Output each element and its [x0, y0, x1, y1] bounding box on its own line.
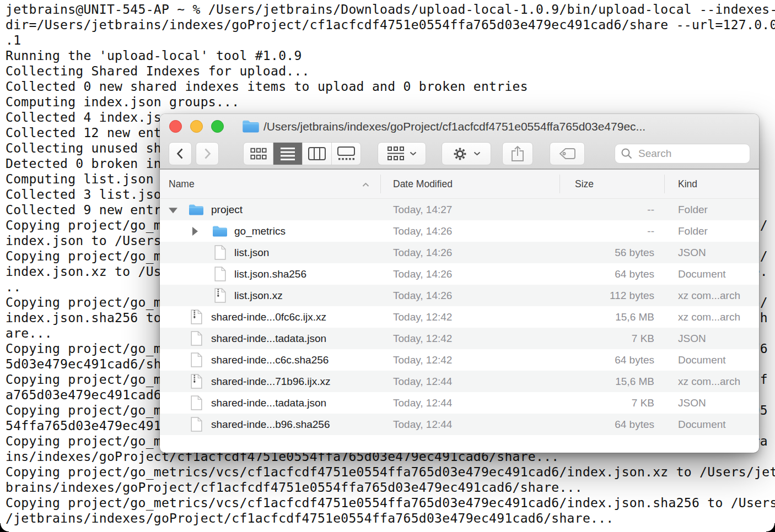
table-row[interactable]: projectToday, 14:27--Folder	[160, 199, 759, 220]
terminal-line: Copying project/go_metrics/vcs/cf1acfcdf…	[6, 495, 775, 511]
file-size: --	[546, 220, 654, 242]
terminal-line: Collected 0 new shared indexes items to …	[6, 79, 775, 94]
terminal-line: Collecting Shared Indexes for upload...	[6, 63, 775, 79]
terminal-text: Copying project/go_metrics/vcs/cf1acfcdf…	[6, 465, 775, 479]
screen-corner	[766, 523, 775, 532]
date-modified: Today, 12:42	[393, 349, 452, 371]
table-row[interactable]: shared-inde...tadata.jsonToday, 12:447 K…	[160, 392, 759, 414]
file-name: shared-inde...b96.sha256	[211, 414, 330, 435]
terminal-line: .1	[6, 32, 775, 48]
terminal-text: Collecting unused sh	[6, 141, 162, 155]
column-header-size[interactable]: Size	[575, 170, 594, 198]
file-size: 56 bytes	[546, 242, 654, 263]
date-modified: Today, 12:42	[393, 328, 452, 349]
terminal-text: dir=/Users/jetbrains/indexes/goProject/c…	[6, 18, 775, 32]
table-row[interactable]: list.json.xzToday, 14:26112 bytesxz com.…	[160, 285, 759, 306]
column-header-kind[interactable]: Kind	[678, 170, 697, 198]
file-kind: Document	[678, 414, 726, 435]
file-size: 7 KB	[546, 392, 654, 414]
column-divider	[664, 175, 665, 193]
document-icon	[188, 331, 204, 346]
archive-document-icon	[212, 288, 228, 303]
terminal-text: .1	[6, 33, 21, 47]
disclosure-closed-icon[interactable]	[192, 227, 198, 236]
tag-button[interactable]	[550, 142, 585, 165]
file-kind: xz com...arch	[678, 285, 740, 306]
terminal-line: brains/indexes/goProject/cf1acfcdf4751e0…	[6, 480, 775, 495]
document-icon	[212, 267, 228, 282]
date-modified: Today, 14:26	[393, 285, 452, 306]
file-kind: JSON	[678, 242, 706, 263]
close-window-button[interactable]	[169, 120, 182, 133]
date-modified: Today, 12:44	[393, 371, 452, 392]
table-row[interactable]: shared-inde...tadata.jsonToday, 12:427 K…	[160, 328, 759, 349]
terminal-text: Copying project/go_m	[6, 341, 162, 356]
document-icon	[212, 245, 228, 260]
terminal-text-tail: h	[760, 310, 768, 325]
table-row[interactable]: shared-inde...b96.sha256Today, 12:4464 b…	[160, 414, 759, 435]
terminal-text: a765d03e479ec491cad6	[6, 388, 162, 402]
icon-view-icon	[250, 148, 267, 160]
action-menu-button[interactable]	[442, 142, 491, 165]
terminal-text: 5d03e479ec491cad6/sh	[6, 357, 162, 371]
file-kind: Folder	[678, 199, 708, 220]
file-size: 64 bytes	[546, 349, 654, 371]
zoom-window-button[interactable]	[211, 120, 224, 133]
date-modified: Today, 14:26	[393, 242, 452, 263]
table-row[interactable]: shared-inde...71b96.ijx.xzToday, 12:4415…	[160, 371, 759, 392]
share-button[interactable]	[502, 142, 533, 165]
file-kind: JSON	[678, 392, 706, 414]
terminal-text: Collected 9 new entr	[6, 203, 162, 217]
group-button[interactable]	[378, 142, 426, 165]
column-view-button[interactable]	[302, 143, 331, 165]
date-modified: Today, 14:26	[393, 220, 452, 242]
column-header-name[interactable]: Name	[169, 170, 195, 198]
file-size: 64 bytes	[546, 263, 654, 285]
terminal-text: Collected 12 new ent	[6, 126, 162, 140]
list-header: Name Date Modified Size Kind	[160, 170, 759, 199]
file-name: list.json	[234, 242, 269, 263]
gallery-view-icon	[337, 146, 355, 161]
terminal-text: Copying project/go_m	[6, 372, 162, 387]
table-row[interactable]: shared-inde...c6c.sha256Today, 12:4264 b…	[160, 349, 759, 371]
date-modified: Today, 12:44	[393, 392, 452, 414]
date-modified: Today, 12:42	[393, 306, 452, 328]
table-row[interactable]: list.jsonToday, 14:2656 bytesJSON	[160, 242, 759, 263]
back-button[interactable]	[169, 142, 192, 165]
disclosure-open-icon[interactable]	[169, 208, 177, 213]
gallery-view-button[interactable]	[331, 143, 360, 165]
icon-view-button[interactable]	[244, 143, 273, 165]
column-view-icon	[308, 147, 326, 160]
document-icon	[188, 417, 204, 432]
file-kind: xz com...arch	[678, 371, 740, 392]
file-size: 7 KB	[546, 328, 654, 349]
window-titlebar[interactable]: /Users/jetbrains/indexes/goProject/cf1ac…	[160, 114, 759, 139]
column-header-date-modified[interactable]: Date Modified	[393, 170, 453, 198]
terminal-text: Computing list.json	[6, 172, 154, 186]
table-row[interactable]: go_metricsToday, 14:26--Folder	[160, 220, 759, 242]
terminal-text: 54ffa765d03e479ec491	[6, 419, 162, 433]
list-view-icon	[281, 147, 295, 161]
back-chevron-icon	[175, 148, 185, 160]
forward-button[interactable]	[196, 142, 219, 165]
table-row[interactable]: shared-inde...0fc6c.ijx.xzToday, 12:4215…	[160, 306, 759, 328]
file-size: 64 bytes	[546, 414, 654, 435]
terminal-text: brains/indexes/goProject/cf1acfcdf4751e0…	[6, 480, 583, 495]
archive-document-icon	[188, 374, 204, 389]
sort-ascending-icon	[362, 182, 369, 187]
table-row[interactable]: list.json.sha256Today, 14:2664 bytesDocu…	[160, 263, 759, 285]
share-icon	[511, 145, 524, 162]
window-chrome: /Users/jetbrains/indexes/goProject/cf1ac…	[160, 114, 759, 170]
list-view-button[interactable]	[273, 143, 302, 165]
gear-icon	[453, 146, 467, 161]
file-name: shared-inde...71b96.ijx.xz	[211, 371, 331, 392]
terminal-text: ..	[6, 280, 21, 294]
window-title: /Users/jetbrains/indexes/goProject/cf1ac…	[263, 120, 645, 133]
chevron-down-icon	[410, 151, 417, 156]
screen-corner	[0, 523, 9, 532]
terminal-text: Collected 4 index.js	[6, 110, 162, 124]
minimize-window-button[interactable]	[190, 120, 203, 133]
search-field[interactable]	[615, 144, 750, 164]
group-icon	[388, 146, 404, 161]
search-input[interactable]	[637, 147, 750, 160]
